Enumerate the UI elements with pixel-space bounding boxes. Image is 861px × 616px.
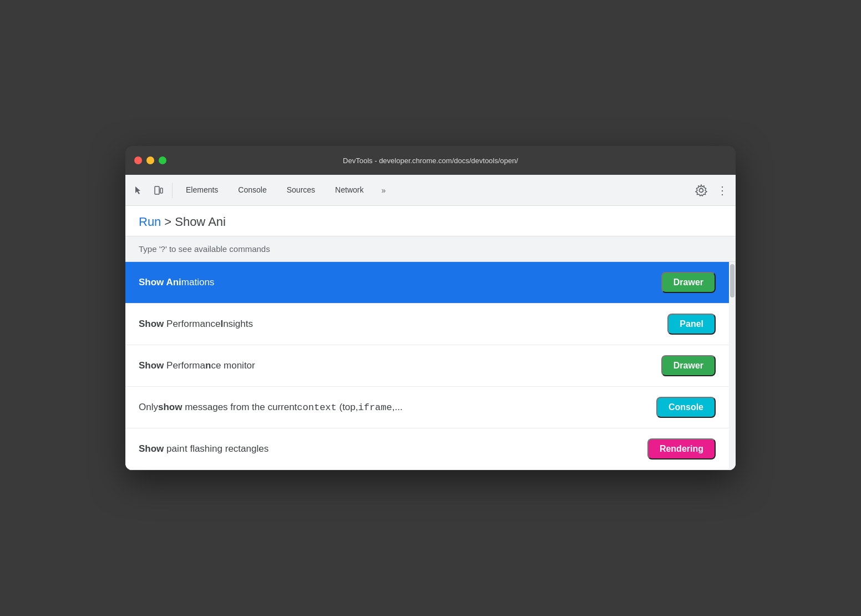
tab-elements[interactable]: Elements — [177, 175, 227, 206]
result-text-context-messages: Only show messages from the current cont… — [139, 402, 403, 413]
tab-network[interactable]: Network — [326, 175, 372, 206]
svg-rect-1 — [160, 188, 163, 193]
close-button[interactable] — [134, 156, 142, 164]
result-show-paint[interactable]: Show paint flashing rectangles Rendering — [125, 428, 729, 470]
command-arrow: > — [164, 215, 171, 229]
command-query: Show Ani — [175, 215, 226, 229]
result-show-context-messages[interactable]: Only show messages from the current cont… — [125, 387, 729, 428]
minimize-button[interactable] — [146, 156, 154, 164]
tab-console[interactable]: Console — [229, 175, 275, 206]
badge-rendering-1[interactable]: Rendering — [647, 438, 716, 460]
results-wrapper: Show Animations Drawer Show Performance … — [125, 262, 736, 470]
result-text-paint: Show paint flashing rectangles — [139, 443, 269, 455]
cursor-icon-button[interactable] — [130, 181, 148, 199]
tab-sources[interactable]: Sources — [278, 175, 324, 206]
result-text-performance-insights: Show Performance Insights — [139, 319, 253, 330]
svg-point-2 — [700, 188, 703, 192]
titlebar: DevTools - developer.chrome.com/docs/dev… — [125, 146, 736, 175]
command-palette: Run > Show Ani Type '?' to see available… — [125, 206, 736, 470]
device-icon — [154, 185, 164, 195]
command-hint: Type '?' to see available commands — [125, 236, 736, 262]
badge-console-1[interactable]: Console — [656, 397, 716, 418]
result-text-performance-monitor: Show Performance monitor — [139, 360, 255, 371]
badge-drawer-2[interactable]: Drawer — [661, 355, 716, 376]
settings-button[interactable] — [691, 180, 711, 200]
scrollbar-thumb[interactable] — [730, 264, 735, 297]
more-options-button[interactable]: ⋮ — [713, 181, 731, 199]
result-show-animations[interactable]: Show Animations Drawer — [125, 262, 729, 304]
scrollbar-track[interactable] — [729, 262, 736, 470]
more-tabs-button[interactable]: » — [374, 181, 392, 199]
toolbar-divider — [172, 183, 173, 198]
command-input-area[interactable]: Run > Show Ani — [125, 206, 736, 236]
svg-rect-0 — [155, 186, 159, 194]
run-label: Run — [139, 215, 161, 229]
badge-panel-1[interactable]: Panel — [667, 314, 716, 335]
window-title: DevTools - developer.chrome.com/docs/dev… — [343, 156, 518, 165]
devtools-container: Elements Console Sources Network » — [125, 175, 736, 470]
maximize-button[interactable] — [159, 156, 166, 164]
device-icon-button[interactable] — [150, 181, 168, 199]
devtools-window: DevTools - developer.chrome.com/docs/dev… — [125, 146, 736, 470]
gear-icon — [695, 184, 707, 196]
result-show-performance-monitor[interactable]: Show Performance monitor Drawer — [125, 345, 729, 387]
traffic-lights — [134, 156, 166, 164]
results-list: Show Animations Drawer Show Performance … — [125, 262, 729, 470]
result-text-show-animations: Show Animations — [139, 277, 214, 288]
command-input-line: Run > Show Ani — [139, 215, 722, 229]
badge-drawer-1[interactable]: Drawer — [661, 272, 716, 293]
cursor-icon — [134, 185, 144, 195]
result-show-performance-insights[interactable]: Show Performance Insights Panel — [125, 304, 729, 345]
devtools-toolbar: Elements Console Sources Network » — [125, 175, 736, 206]
